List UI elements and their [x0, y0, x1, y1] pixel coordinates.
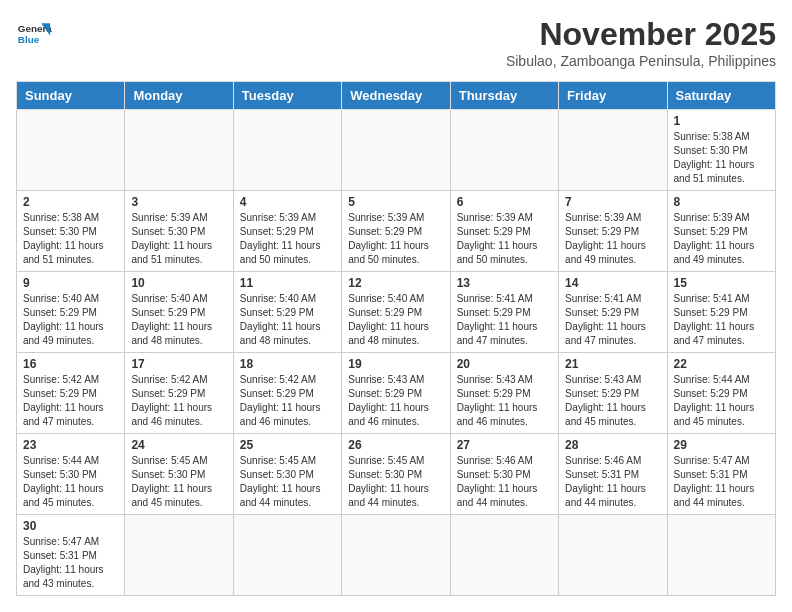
- day-number: 29: [674, 438, 769, 452]
- col-header-friday: Friday: [559, 82, 667, 110]
- day-number: 17: [131, 357, 226, 371]
- day-cell: 5Sunrise: 5:39 AM Sunset: 5:29 PM Daylig…: [342, 191, 450, 272]
- day-cell: 8Sunrise: 5:39 AM Sunset: 5:29 PM Daylig…: [667, 191, 775, 272]
- day-number: 7: [565, 195, 660, 209]
- day-number: 22: [674, 357, 769, 371]
- week-row-6: 30Sunrise: 5:47 AM Sunset: 5:31 PM Dayli…: [17, 515, 776, 596]
- day-number: 8: [674, 195, 769, 209]
- day-cell: 30Sunrise: 5:47 AM Sunset: 5:31 PM Dayli…: [17, 515, 125, 596]
- day-cell: 19Sunrise: 5:43 AM Sunset: 5:29 PM Dayli…: [342, 353, 450, 434]
- day-cell: [125, 110, 233, 191]
- day-cell: 22Sunrise: 5:44 AM Sunset: 5:29 PM Dayli…: [667, 353, 775, 434]
- day-cell: 12Sunrise: 5:40 AM Sunset: 5:29 PM Dayli…: [342, 272, 450, 353]
- day-info: Sunrise: 5:39 AM Sunset: 5:29 PM Dayligh…: [674, 211, 769, 267]
- day-cell: 1Sunrise: 5:38 AM Sunset: 5:30 PM Daylig…: [667, 110, 775, 191]
- day-number: 23: [23, 438, 118, 452]
- day-cell: [342, 515, 450, 596]
- col-header-sunday: Sunday: [17, 82, 125, 110]
- day-cell: 10Sunrise: 5:40 AM Sunset: 5:29 PM Dayli…: [125, 272, 233, 353]
- day-number: 1: [674, 114, 769, 128]
- day-cell: 21Sunrise: 5:43 AM Sunset: 5:29 PM Dayli…: [559, 353, 667, 434]
- col-header-thursday: Thursday: [450, 82, 558, 110]
- day-cell: [233, 110, 341, 191]
- day-number: 4: [240, 195, 335, 209]
- title-section: November 2025 Sibulao, Zamboanga Peninsu…: [506, 16, 776, 69]
- day-cell: [450, 515, 558, 596]
- day-cell: 16Sunrise: 5:42 AM Sunset: 5:29 PM Dayli…: [17, 353, 125, 434]
- day-number: 5: [348, 195, 443, 209]
- day-info: Sunrise: 5:40 AM Sunset: 5:29 PM Dayligh…: [348, 292, 443, 348]
- location-subtitle: Sibulao, Zamboanga Peninsula, Philippine…: [506, 53, 776, 69]
- day-info: Sunrise: 5:43 AM Sunset: 5:29 PM Dayligh…: [565, 373, 660, 429]
- day-cell: [559, 110, 667, 191]
- week-row-4: 16Sunrise: 5:42 AM Sunset: 5:29 PM Dayli…: [17, 353, 776, 434]
- day-cell: 23Sunrise: 5:44 AM Sunset: 5:30 PM Dayli…: [17, 434, 125, 515]
- col-header-saturday: Saturday: [667, 82, 775, 110]
- day-info: Sunrise: 5:39 AM Sunset: 5:30 PM Dayligh…: [131, 211, 226, 267]
- day-info: Sunrise: 5:38 AM Sunset: 5:30 PM Dayligh…: [674, 130, 769, 186]
- day-number: 21: [565, 357, 660, 371]
- day-cell: [125, 515, 233, 596]
- week-row-3: 9Sunrise: 5:40 AM Sunset: 5:29 PM Daylig…: [17, 272, 776, 353]
- day-info: Sunrise: 5:45 AM Sunset: 5:30 PM Dayligh…: [348, 454, 443, 510]
- day-info: Sunrise: 5:41 AM Sunset: 5:29 PM Dayligh…: [674, 292, 769, 348]
- day-cell: 20Sunrise: 5:43 AM Sunset: 5:29 PM Dayli…: [450, 353, 558, 434]
- svg-text:Blue: Blue: [18, 34, 40, 45]
- day-info: Sunrise: 5:46 AM Sunset: 5:30 PM Dayligh…: [457, 454, 552, 510]
- day-info: Sunrise: 5:38 AM Sunset: 5:30 PM Dayligh…: [23, 211, 118, 267]
- day-cell: 14Sunrise: 5:41 AM Sunset: 5:29 PM Dayli…: [559, 272, 667, 353]
- day-info: Sunrise: 5:41 AM Sunset: 5:29 PM Dayligh…: [565, 292, 660, 348]
- day-info: Sunrise: 5:47 AM Sunset: 5:31 PM Dayligh…: [23, 535, 118, 591]
- day-number: 24: [131, 438, 226, 452]
- col-header-wednesday: Wednesday: [342, 82, 450, 110]
- day-info: Sunrise: 5:46 AM Sunset: 5:31 PM Dayligh…: [565, 454, 660, 510]
- day-info: Sunrise: 5:45 AM Sunset: 5:30 PM Dayligh…: [131, 454, 226, 510]
- day-number: 11: [240, 276, 335, 290]
- day-number: 18: [240, 357, 335, 371]
- day-number: 3: [131, 195, 226, 209]
- day-cell: [17, 110, 125, 191]
- month-title: November 2025: [506, 16, 776, 53]
- day-info: Sunrise: 5:39 AM Sunset: 5:29 PM Dayligh…: [348, 211, 443, 267]
- week-row-5: 23Sunrise: 5:44 AM Sunset: 5:30 PM Dayli…: [17, 434, 776, 515]
- day-cell: 11Sunrise: 5:40 AM Sunset: 5:29 PM Dayli…: [233, 272, 341, 353]
- page-header: General Blue November 2025 Sibulao, Zamb…: [16, 16, 776, 69]
- day-info: Sunrise: 5:45 AM Sunset: 5:30 PM Dayligh…: [240, 454, 335, 510]
- day-number: 15: [674, 276, 769, 290]
- day-number: 25: [240, 438, 335, 452]
- logo: General Blue: [16, 16, 52, 52]
- day-cell: 27Sunrise: 5:46 AM Sunset: 5:30 PM Dayli…: [450, 434, 558, 515]
- day-info: Sunrise: 5:39 AM Sunset: 5:29 PM Dayligh…: [240, 211, 335, 267]
- day-info: Sunrise: 5:40 AM Sunset: 5:29 PM Dayligh…: [240, 292, 335, 348]
- day-cell: 13Sunrise: 5:41 AM Sunset: 5:29 PM Dayli…: [450, 272, 558, 353]
- day-cell: 15Sunrise: 5:41 AM Sunset: 5:29 PM Dayli…: [667, 272, 775, 353]
- day-cell: [667, 515, 775, 596]
- day-cell: 25Sunrise: 5:45 AM Sunset: 5:30 PM Dayli…: [233, 434, 341, 515]
- day-cell: 2Sunrise: 5:38 AM Sunset: 5:30 PM Daylig…: [17, 191, 125, 272]
- day-info: Sunrise: 5:39 AM Sunset: 5:29 PM Dayligh…: [457, 211, 552, 267]
- day-number: 28: [565, 438, 660, 452]
- day-cell: [559, 515, 667, 596]
- week-row-1: 1Sunrise: 5:38 AM Sunset: 5:30 PM Daylig…: [17, 110, 776, 191]
- day-cell: [450, 110, 558, 191]
- day-number: 19: [348, 357, 443, 371]
- day-number: 20: [457, 357, 552, 371]
- day-number: 16: [23, 357, 118, 371]
- day-number: 26: [348, 438, 443, 452]
- day-number: 12: [348, 276, 443, 290]
- day-info: Sunrise: 5:40 AM Sunset: 5:29 PM Dayligh…: [23, 292, 118, 348]
- day-cell: 26Sunrise: 5:45 AM Sunset: 5:30 PM Dayli…: [342, 434, 450, 515]
- day-cell: 3Sunrise: 5:39 AM Sunset: 5:30 PM Daylig…: [125, 191, 233, 272]
- day-number: 9: [23, 276, 118, 290]
- day-info: Sunrise: 5:44 AM Sunset: 5:30 PM Dayligh…: [23, 454, 118, 510]
- day-number: 6: [457, 195, 552, 209]
- day-cell: 29Sunrise: 5:47 AM Sunset: 5:31 PM Dayli…: [667, 434, 775, 515]
- day-info: Sunrise: 5:47 AM Sunset: 5:31 PM Dayligh…: [674, 454, 769, 510]
- day-number: 14: [565, 276, 660, 290]
- day-info: Sunrise: 5:43 AM Sunset: 5:29 PM Dayligh…: [348, 373, 443, 429]
- day-info: Sunrise: 5:41 AM Sunset: 5:29 PM Dayligh…: [457, 292, 552, 348]
- day-number: 27: [457, 438, 552, 452]
- day-cell: 28Sunrise: 5:46 AM Sunset: 5:31 PM Dayli…: [559, 434, 667, 515]
- day-info: Sunrise: 5:43 AM Sunset: 5:29 PM Dayligh…: [457, 373, 552, 429]
- day-info: Sunrise: 5:39 AM Sunset: 5:29 PM Dayligh…: [565, 211, 660, 267]
